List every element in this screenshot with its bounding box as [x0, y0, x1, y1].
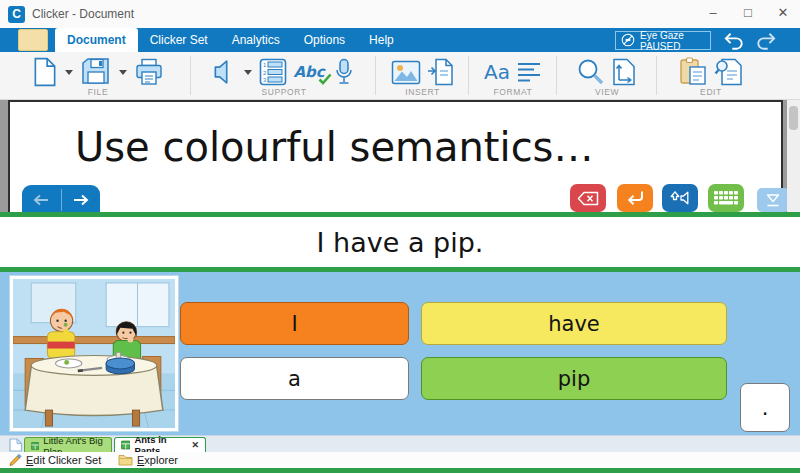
clipboard-icon — [678, 57, 708, 87]
keyboard-icon — [714, 191, 738, 206]
return-button[interactable] — [617, 184, 653, 212]
page-navigation — [22, 185, 100, 212]
pencil-icon — [8, 453, 22, 467]
ribbon-tabs: Document Clicker Set Analytics Options H… — [55, 28, 406, 52]
explorer-button[interactable]: Explorer — [118, 452, 178, 468]
next-page-button[interactable] — [62, 185, 101, 212]
grid-set-icon — [31, 441, 39, 451]
cell-label: have — [548, 312, 600, 336]
ribbon-group-view: VIEW — [561, 52, 653, 99]
new-document-dropdown[interactable] — [65, 70, 73, 75]
microphone-icon — [334, 58, 354, 86]
zoom-button[interactable] — [577, 55, 605, 89]
maximize-button[interactable]: □ — [733, 0, 763, 26]
group-separator — [556, 56, 557, 95]
group-label-support: SUPPORT — [196, 87, 372, 97]
word-cell-have[interactable]: have — [421, 302, 727, 345]
minimize-button[interactable]: – — [698, 0, 728, 26]
scrollbar-thumb[interactable] — [789, 106, 798, 130]
numbered-list-icon: 123 — [259, 58, 287, 86]
find-button[interactable] — [714, 55, 744, 89]
spellcheck-icon: Abc — [293, 63, 324, 81]
save-dropdown[interactable] — [119, 70, 127, 75]
backspace-icon — [577, 191, 599, 206]
font-button[interactable]: Aa — [484, 55, 510, 89]
undo-button[interactable] — [720, 31, 748, 51]
ribbon-group-format: Aa FORMAT — [473, 52, 553, 99]
speaker-icon — [213, 59, 235, 85]
ribbon-group-file: FILE — [8, 52, 188, 99]
group-label-file: FILE — [8, 87, 188, 97]
set-tab-little-ants-big-plan[interactable]: Little Ant's Big Plan — [24, 437, 112, 453]
return-icon — [625, 190, 645, 207]
keyboard-button[interactable] — [708, 184, 744, 212]
cell-label: I — [291, 312, 297, 336]
close-tab-icon[interactable]: ✕ — [191, 440, 199, 450]
window-title: Clicker - Document — [32, 7, 134, 21]
ribbon: FILE 123 Abc — [0, 52, 800, 100]
file-folder-button[interactable] — [18, 29, 48, 51]
print-button[interactable] — [134, 55, 164, 89]
eye-gaze-label: Eye Gaze PAUSED — [640, 30, 710, 52]
new-document-button[interactable] — [32, 55, 58, 89]
save-button[interactable] — [80, 55, 112, 89]
document-scrollbar[interactable] — [787, 100, 800, 212]
tab-help[interactable]: Help — [357, 28, 406, 52]
ribbon-group-insert: INSERT — [380, 52, 465, 99]
window-bottom-border — [0, 468, 800, 473]
page-size-icon — [611, 58, 637, 86]
group-label-insert: INSERT — [380, 87, 465, 97]
record-button[interactable] — [331, 55, 357, 89]
grid-set-icon — [121, 440, 130, 450]
tab-clicker-set[interactable]: Clicker Set — [138, 28, 220, 52]
hide-panel-button[interactable] — [757, 188, 789, 212]
word-cell-I[interactable]: I — [180, 302, 409, 345]
arrow-right-icon — [71, 193, 91, 207]
punctuation-cell-period[interactable]: . — [740, 383, 790, 432]
tab-options[interactable]: Options — [292, 28, 357, 52]
speak-sentence-button[interactable] — [662, 184, 698, 212]
page-size-button[interactable] — [611, 55, 637, 89]
document-area: Use colourful semantics… — [0, 100, 800, 212]
clicker-grid: I have a pip . — [0, 272, 800, 435]
set-tab-ants-in-pants[interactable]: Ants in Pants ✕ — [114, 437, 206, 453]
tab-document[interactable]: Document — [55, 28, 138, 52]
insert-picture-button[interactable] — [391, 55, 421, 89]
speak-dropdown[interactable] — [244, 70, 252, 75]
listen-list-button[interactable]: 123 — [259, 55, 287, 89]
redo-button[interactable] — [752, 31, 780, 51]
edit-clicker-set-button[interactable]: Edit Clicker Set — [8, 452, 101, 468]
status-label: Edit Clicker Set — [26, 454, 101, 466]
group-separator — [190, 56, 191, 95]
insert-snippet-button[interactable] — [427, 55, 455, 89]
alignment-button[interactable] — [516, 55, 542, 89]
app-icon: C — [8, 6, 25, 23]
group-separator — [468, 56, 469, 95]
ribbon-group-edit: EDIT — [661, 52, 761, 99]
close-button[interactable]: ✕ — [768, 0, 798, 26]
ribbon-group-support: 123 Abc SUPPORT — [196, 52, 372, 99]
save-icon — [80, 57, 112, 87]
sentence-text: I have a pip. — [317, 227, 484, 258]
word-cell-a[interactable]: a — [180, 357, 409, 400]
paste-button[interactable] — [678, 55, 708, 89]
picture-icon — [391, 60, 421, 85]
speak-button[interactable] — [211, 55, 237, 89]
delete-word-button[interactable] — [570, 184, 606, 212]
eye-gaze-icon — [621, 33, 635, 49]
clicker-window: C Clicker - Document – □ ✕ Document Clic… — [0, 0, 800, 473]
word-cell-pip[interactable]: pip — [421, 357, 727, 400]
group-label-edit: EDIT — [661, 87, 761, 97]
eye-gaze-paused-button[interactable]: Eye Gaze PAUSED — [615, 31, 711, 50]
sentence-strip[interactable]: I have a pip. — [0, 217, 800, 267]
previous-page-button[interactable] — [22, 185, 61, 212]
group-label-view: VIEW — [561, 87, 653, 97]
speak-icon — [668, 190, 692, 206]
group-separator — [656, 56, 657, 95]
picture-cell[interactable] — [10, 276, 178, 431]
redo-icon — [754, 32, 778, 50]
children-eating-illustration — [13, 279, 175, 428]
spellcheck-button[interactable]: Abc — [293, 55, 324, 89]
tab-analytics[interactable]: Analytics — [220, 28, 292, 52]
document-text: Use colourful semantics… — [75, 124, 593, 170]
